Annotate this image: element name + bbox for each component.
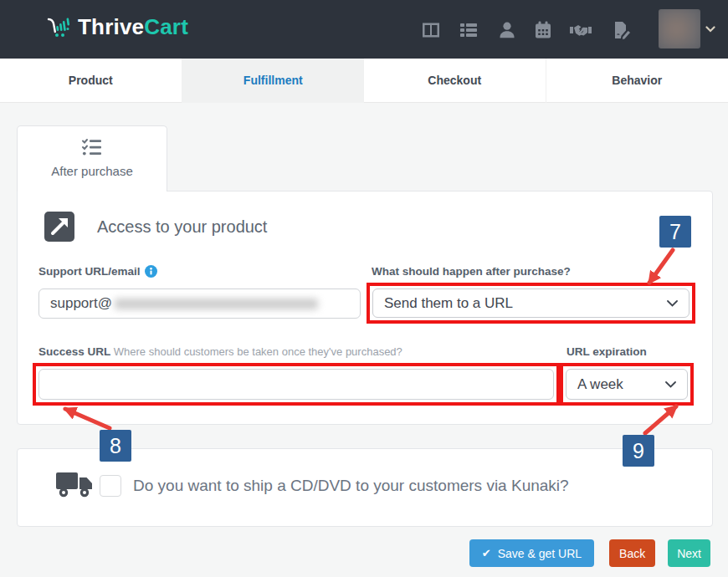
info-icon[interactable] xyxy=(145,265,157,278)
redacted-email-domain xyxy=(115,299,318,309)
url-expiration-select[interactable]: A week xyxy=(566,369,688,400)
tab-behavior[interactable]: Behavior xyxy=(546,59,728,103)
support-url-label: Support URL/email xyxy=(38,265,157,278)
support-url-input[interactable]: support@ xyxy=(38,288,361,319)
after-purchase-select[interactable]: Send them to a URL xyxy=(372,288,690,318)
calendar-icon[interactable] xyxy=(533,20,553,40)
success-url-input[interactable] xyxy=(38,369,554,400)
tab-checkout[interactable]: Checkout xyxy=(364,59,546,103)
chevron-down-icon xyxy=(667,300,678,307)
columns-icon[interactable] xyxy=(421,20,441,40)
after-purchase-question-label: What should happen after purchase? xyxy=(372,265,571,278)
success-url-label: Success URL Where should customers be ta… xyxy=(38,345,402,358)
product-tabbar: Product Fulfillment Checkout Behavior xyxy=(0,59,728,103)
url-expiration-label: URL expiration xyxy=(567,345,647,358)
next-button[interactable]: Next xyxy=(668,539,710,567)
tab-fulfillment[interactable]: Fulfillment xyxy=(182,59,365,103)
cart-logo-icon xyxy=(46,15,71,40)
kunaki-checkbox[interactable] xyxy=(100,475,121,497)
annotation-badge-8: 8 xyxy=(100,430,131,462)
back-button[interactable]: Back xyxy=(609,539,655,567)
avatar-blurred-photo xyxy=(659,9,700,49)
checklist-icon xyxy=(81,137,103,157)
success-url-hint: Where should customers be taken once the… xyxy=(114,345,402,358)
access-section: Access to your product Support URL/email… xyxy=(17,191,713,425)
tab-product[interactable]: Product xyxy=(0,59,182,103)
thrivecart-app: ThriveCart xyxy=(0,0,728,577)
annotation-badge-9: 9 xyxy=(623,435,654,467)
tab-after-purchase[interactable]: After purchase xyxy=(17,125,167,191)
table-list-icon[interactable] xyxy=(459,20,479,40)
kunaki-question: Do you want to ship a CD/DVD to your cus… xyxy=(133,477,569,495)
user-icon[interactable] xyxy=(497,20,517,40)
truck-icon xyxy=(54,467,96,501)
thrivecart-logo[interactable]: ThriveCart xyxy=(46,14,188,40)
external-link-icon xyxy=(44,212,74,242)
check-icon: ✔ xyxy=(482,547,491,559)
section-title: Access to your product xyxy=(97,217,267,237)
annotation-badge-7: 7 xyxy=(659,216,691,248)
footer-actions: ✔ Save & get URL Back Next xyxy=(469,539,710,567)
handshake-icon[interactable] xyxy=(569,20,592,40)
brand-wordmark: ThriveCart xyxy=(78,14,188,40)
avatar[interactable] xyxy=(659,9,700,49)
after-purchase-label: After purchase xyxy=(18,164,167,178)
file-signature-icon[interactable] xyxy=(612,20,632,40)
chevron-down-icon[interactable] xyxy=(705,26,715,33)
top-navbar: ThriveCart xyxy=(0,0,728,59)
save-get-url-button[interactable]: ✔ Save & get URL xyxy=(469,539,594,567)
chevron-down-icon xyxy=(665,381,676,388)
